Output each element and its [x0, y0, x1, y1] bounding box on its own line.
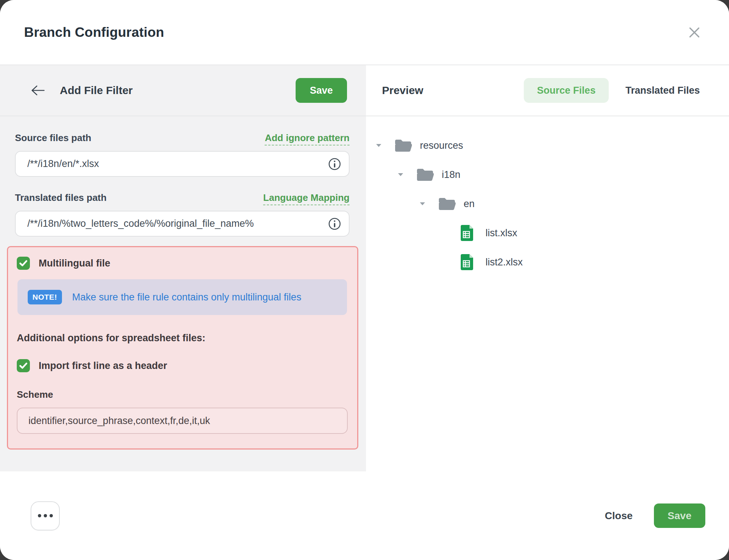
- preview-header: Preview Source Files Translated Files: [366, 65, 729, 116]
- close-icon[interactable]: [686, 24, 703, 41]
- folder-icon: [416, 166, 434, 183]
- import-header-checkbox-row[interactable]: Import first line as a header: [17, 359, 348, 372]
- preview-tabs: Source Files Translated Files: [524, 78, 700, 103]
- spreadsheet-file-icon: [460, 224, 477, 242]
- more-options-button[interactable]: [31, 501, 60, 530]
- chevron-down-icon[interactable]: [397, 172, 416, 177]
- tree-item-name: list.xlsx: [486, 228, 517, 239]
- tree-item-name: resources: [420, 140, 463, 151]
- scheme-label: Scheme: [17, 389, 348, 400]
- tree-row[interactable]: i18n: [366, 160, 729, 189]
- tree-item-name: en: [464, 198, 475, 210]
- folder-icon: [438, 195, 456, 213]
- save-button[interactable]: Save: [654, 503, 705, 528]
- tree-row[interactable]: en: [366, 189, 729, 218]
- additional-options-label: Additional options for spreadsheet files…: [17, 332, 348, 344]
- multilingual-options-group: Multilingual file NOTE! Make sure the fi…: [7, 246, 358, 450]
- back-arrow-icon[interactable]: [29, 82, 47, 99]
- checkbox-checked-icon[interactable]: [17, 257, 30, 270]
- info-icon[interactable]: [328, 158, 341, 170]
- tree-row[interactable]: list2.xlsx: [366, 248, 729, 277]
- add-ignore-pattern-link[interactable]: Add ignore pattern: [265, 132, 350, 145]
- spreadsheet-file-icon: [460, 253, 477, 271]
- tree-item-name: i18n: [442, 169, 460, 180]
- multilingual-label: Multilingual file: [39, 258, 110, 269]
- checkbox-checked-icon[interactable]: [17, 359, 30, 372]
- chevron-down-icon[interactable]: [375, 143, 394, 148]
- chevron-down-icon[interactable]: [419, 202, 438, 206]
- source-path-label: Source files path: [15, 132, 91, 144]
- language-mapping-link[interactable]: Language Mapping: [263, 192, 350, 205]
- dot-icon: [50, 514, 53, 517]
- scheme-input[interactable]: [17, 408, 348, 434]
- branch-configuration-modal: Branch Configuration Add File Filter Sav…: [0, 0, 729, 560]
- folder-icon: [394, 137, 412, 154]
- info-icon[interactable]: [328, 218, 341, 230]
- dot-icon: [38, 514, 41, 517]
- filter-header: Add File Filter Save: [0, 65, 366, 116]
- filter-title: Add File Filter: [60, 84, 133, 97]
- import-header-label: Import first line as a header: [39, 360, 167, 372]
- preview-title: Preview: [382, 84, 423, 97]
- translated-path-input[interactable]: [15, 211, 350, 237]
- filter-save-button[interactable]: Save: [296, 78, 347, 103]
- note-text: Make sure the file rule contains only mu…: [72, 292, 301, 303]
- source-path-input[interactable]: [15, 151, 350, 177]
- tab-source-files[interactable]: Source Files: [524, 78, 609, 103]
- tree-row[interactable]: resources: [366, 131, 729, 160]
- translated-path-label: Translated files path: [15, 192, 106, 203]
- file-filter-form: Source files path Add ignore pattern Tra…: [0, 116, 366, 471]
- preview-panel: resources i18n en: [366, 116, 729, 471]
- note-badge: NOTE!: [28, 290, 62, 304]
- modal-title: Branch Configuration: [24, 25, 164, 40]
- modal-body: Source files path Add ignore pattern Tra…: [0, 116, 729, 471]
- multilingual-checkbox-row[interactable]: Multilingual file: [17, 257, 348, 270]
- modal-footer: Close Save: [0, 471, 729, 560]
- modal-titlebar: Branch Configuration: [0, 0, 729, 65]
- tree-row[interactable]: list.xlsx: [366, 218, 729, 248]
- note-callout: NOTE! Make sure the file rule contains o…: [17, 279, 347, 315]
- subheader-row: Add File Filter Save Preview Source File…: [0, 65, 729, 116]
- tab-translated-files[interactable]: Translated Files: [625, 85, 700, 96]
- file-tree: resources i18n en: [366, 126, 729, 277]
- close-button[interactable]: Close: [605, 510, 632, 522]
- dot-icon: [44, 514, 47, 517]
- tree-item-name: list2.xlsx: [486, 257, 523, 268]
